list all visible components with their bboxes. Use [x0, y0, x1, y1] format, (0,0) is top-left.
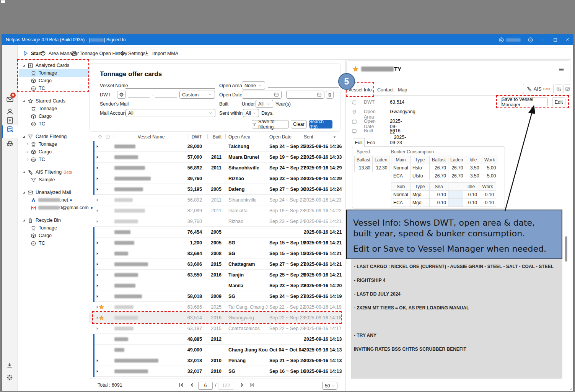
annotation-arrow	[0, 0, 575, 392]
screenshot-root: Netpas Message 0.9 Beta (Build 0935) - […	[0, 0, 575, 392]
